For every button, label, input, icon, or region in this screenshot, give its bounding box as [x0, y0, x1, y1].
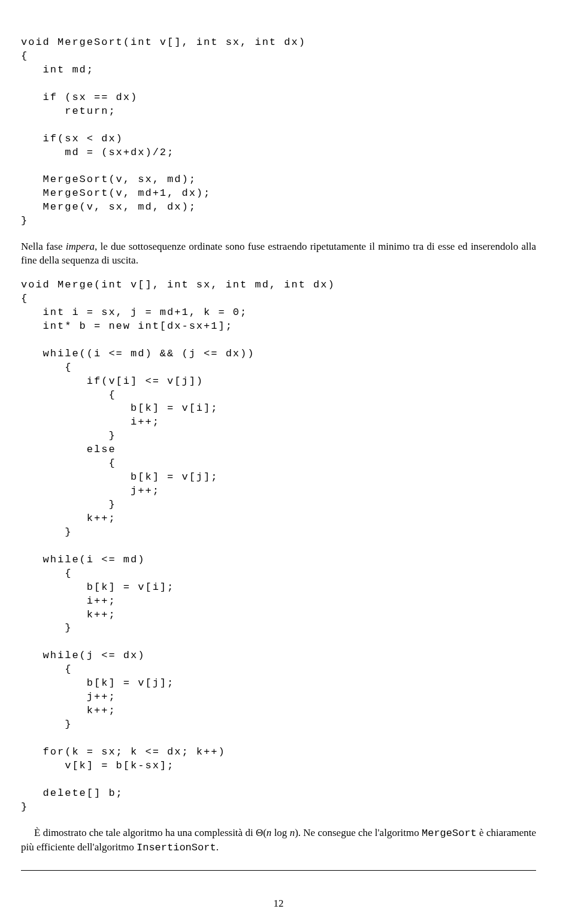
prose-text: .	[216, 841, 219, 853]
tt-insertionsort: InsertionSort	[137, 842, 216, 853]
code-block-mergesort: void MergeSort(int v[], int sx, int dx) …	[21, 36, 536, 228]
code-block-merge: void Merge(int v[], int sx, int md, int …	[21, 278, 536, 814]
prose-text: Nella fase	[21, 241, 66, 252]
tt-mergesort: MergeSort	[422, 828, 477, 839]
math-n: n	[290, 827, 295, 838]
prose-text: È dimostrato che tale algoritmo ha una c…	[34, 827, 267, 838]
prose-text: ). Ne consegue che l'algoritmo	[295, 827, 422, 838]
prose-text: log	[271, 827, 289, 838]
prose-complexity: È dimostrato che tale algoritmo ha una c…	[21, 826, 536, 855]
prose-italic-impera: impera	[66, 241, 95, 252]
horizontal-rule	[21, 870, 536, 871]
prose-text: , le due sottosequenze ordinate sono fus…	[21, 241, 536, 266]
page-number: 12	[21, 897, 536, 910]
prose-impera: Nella fase impera, le due sottosequenze …	[21, 240, 536, 268]
